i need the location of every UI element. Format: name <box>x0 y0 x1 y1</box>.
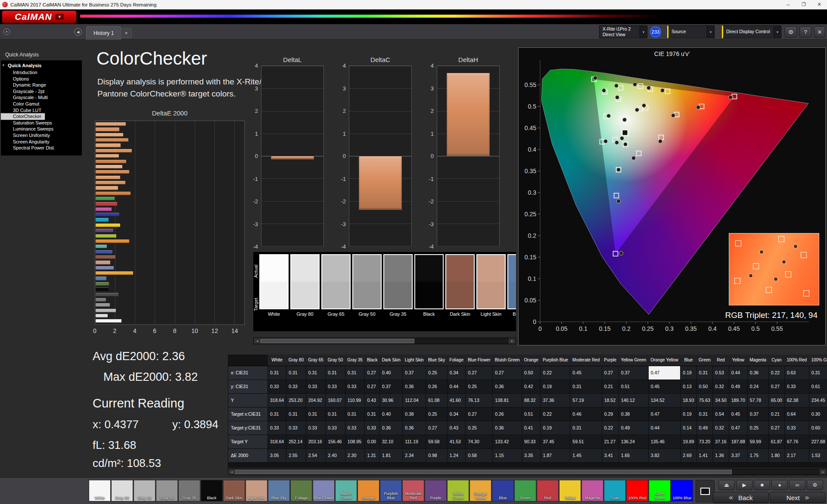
next-button[interactable]: Next » <box>770 492 826 503</box>
table-cell[interactable]: 2.54 <box>306 448 326 462</box>
table-cell[interactable]: 1.41 <box>696 448 713 462</box>
continuous-loop-button[interactable]: ∞ <box>789 480 805 490</box>
pattern-swatch-yellow-green[interactable]: Yellow Green <box>447 480 469 501</box>
pattern-swatch-gray-50[interactable]: Gray 50 <box>156 480 178 501</box>
maximize-button[interactable]: ❐ <box>796 0 811 9</box>
settings-button[interactable]: ⚙ <box>785 26 797 37</box>
table-cell[interactable]: 0.27 <box>426 421 447 435</box>
pattern-swatch-cyan[interactable]: Cyan <box>604 480 626 501</box>
table-cell[interactable]: 0.47 <box>648 407 681 421</box>
table-cell[interactable]: 0.45 <box>570 366 602 380</box>
pattern-swatch-blue-sky[interactable]: Blue Sky <box>268 480 290 501</box>
pattern-swatch-yellow[interactable]: Yellow <box>559 480 581 501</box>
table-cell[interactable]: 0.31 <box>570 421 602 435</box>
table-cell[interactable]: 41.53 <box>447 435 466 448</box>
table-cell[interactable]: 1.53 <box>809 448 827 462</box>
table-cell[interactable]: 0.36 <box>403 421 426 435</box>
table-scrollbar[interactable]: ◂ ▸ <box>228 469 827 475</box>
table-cell[interactable]: 0.45 <box>729 407 747 421</box>
table-cell[interactable]: 0.31 <box>326 407 345 421</box>
table-cell[interactable]: 0.37 <box>403 366 426 380</box>
sidebar-item-screen-uniformity[interactable]: Screen Uniformity <box>1 132 82 139</box>
table-cell[interactable]: 0.22 <box>602 421 619 435</box>
table-cell[interactable]: 110.99 <box>345 393 365 407</box>
table-cell[interactable]: 0.33 <box>286 421 306 435</box>
table-cell[interactable]: 0.27 <box>768 421 784 435</box>
sidebar-item-introduction[interactable]: Introduction <box>1 69 82 76</box>
table-cell[interactable]: 0.63 <box>784 366 809 380</box>
table-cell[interactable]: 2.69 <box>681 448 696 462</box>
table-cell[interactable]: 0.33 <box>784 380 809 393</box>
table-cell[interactable]: 2.34 <box>403 448 426 462</box>
table-cell[interactable]: 57.19 <box>570 393 602 407</box>
scroll-left-icon[interactable]: ◂ <box>254 338 261 344</box>
table-cell[interactable]: 0.33 <box>306 380 326 393</box>
table-cell[interactable]: 0.31 <box>570 380 602 393</box>
table-cell[interactable]: 0.25 <box>747 421 768 435</box>
workflow-close-button[interactable]: ✕ <box>814 26 825 37</box>
table-cell[interactable]: 59.99 <box>747 435 768 448</box>
table-cell[interactable]: 156.46 <box>326 435 345 448</box>
strip-scroll-thumb[interactable] <box>261 339 414 343</box>
table-cell[interactable]: 0.19 <box>681 407 696 421</box>
table-cell[interactable]: 18.93 <box>681 393 696 407</box>
table-cell[interactable]: 3.82 <box>648 448 681 462</box>
table-cell[interactable]: 318.64 <box>268 435 286 448</box>
pattern-swatch-moderate-red[interactable]: Moderate Red <box>402 480 424 501</box>
table-cell[interactable]: 138.81 <box>493 393 522 407</box>
sidebar-item-color-gamut[interactable]: Color Gamut <box>1 101 82 107</box>
table-cell[interactable]: 135.46 <box>648 435 681 448</box>
table-cell[interactable]: 0.50 <box>522 366 541 380</box>
table-cell[interactable]: 1.24 <box>447 448 466 462</box>
table-cell[interactable]: 0.33 <box>365 421 379 435</box>
eject-button[interactable]: ⏏ <box>718 480 735 490</box>
pattern-swatch-purple[interactable]: Purple <box>425 480 447 501</box>
sidebar-item-luminance-sweeps[interactable]: Luminance Sweeps <box>1 126 82 132</box>
table-cell[interactable]: 0.22 <box>541 366 570 380</box>
table-cell[interactable]: 57.78 <box>747 393 768 407</box>
sidebar-pin-button[interactable]: • <box>3 28 10 35</box>
table-cell[interactable]: 140.12 <box>619 393 648 407</box>
table-cell[interactable]: 0.47 <box>648 366 681 380</box>
pattern-swatch-black[interactable]: Black <box>201 480 223 501</box>
table-cell[interactable]: 0.30 <box>809 407 827 421</box>
table-cell[interactable]: 30.96 <box>379 393 402 407</box>
table-cell[interactable]: 0.33 <box>268 421 286 435</box>
table-cell[interactable]: 0.45 <box>648 380 681 393</box>
table-cell[interactable]: 75.63 <box>696 393 713 407</box>
table-cell[interactable]: 0.19 <box>541 421 570 435</box>
table-cell[interactable]: 41.60 <box>447 393 466 407</box>
table-cell[interactable]: 0.31 <box>306 366 326 380</box>
table-cell[interactable]: 203.16 <box>306 435 326 448</box>
table-cell[interactable]: 62.38 <box>784 393 809 407</box>
table-cell[interactable]: 0.51 <box>619 380 648 393</box>
table-cell[interactable]: 204.92 <box>306 393 326 407</box>
table-cell[interactable]: 0.25 <box>426 366 447 380</box>
pattern-swatch-white[interactable]: White <box>89 480 111 501</box>
table-cell[interactable]: 59.51 <box>570 435 602 448</box>
minimize-button[interactable]: ─ <box>780 0 796 9</box>
pattern-swatch-100-red[interactable]: 100% Red <box>626 480 648 501</box>
table-cell[interactable]: 0.25 <box>466 421 493 435</box>
table-cell[interactable]: 0.33 <box>286 380 306 393</box>
table-cell[interactable]: 136.24 <box>619 435 648 448</box>
table-cell[interactable]: 67.76 <box>784 435 809 448</box>
table-cell[interactable]: 1.31 <box>365 448 379 462</box>
table-cell[interactable]: 234.45 <box>809 393 827 407</box>
table-cell[interactable]: 0.33 <box>326 421 345 435</box>
pattern-swatch-red[interactable]: Red <box>537 480 559 501</box>
table-cell[interactable]: 2.40 <box>326 448 345 462</box>
table-cell[interactable]: 0.19 <box>541 380 570 393</box>
table-cell[interactable]: 73.20 <box>696 435 713 448</box>
table-cell[interactable]: 0.54 <box>713 407 729 421</box>
pattern-swatch-dark-skin[interactable]: Dark Skin <box>223 480 245 501</box>
sidebar-item-screen-angularity[interactable]: Screen Angularity <box>1 139 82 145</box>
table-cell[interactable]: 0.27 <box>768 380 784 393</box>
table-cell[interactable]: 0.33 <box>268 380 286 393</box>
table-cell[interactable]: 0.51 <box>522 407 541 421</box>
table-cell[interactable]: 0.37 <box>747 407 768 421</box>
pattern-swatch-blue-flower[interactable]: Blue Flower <box>313 480 335 501</box>
table-cell[interactable]: 0.34 <box>447 407 466 421</box>
table-cell[interactable]: 2.55 <box>286 448 306 462</box>
table-cell[interactable]: 1.15 <box>493 448 522 462</box>
